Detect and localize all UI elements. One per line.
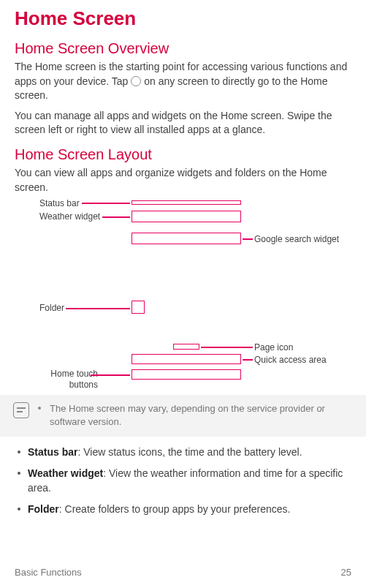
footer-page-number: 25 (341, 567, 351, 578)
term: Status bar (28, 446, 77, 458)
list-item: Status bar: View status icons, the time … (15, 445, 351, 460)
diagram-label-quick-access: Quick access area (254, 355, 327, 365)
diagram-line (66, 308, 130, 309)
overview-paragraph-2: You can manage all apps and widgets on t… (15, 109, 351, 137)
note-bullet-dot (38, 407, 41, 410)
diagram-line (243, 359, 253, 361)
list-item: Folder: Create folders to group apps by … (15, 502, 351, 517)
diagram-quick-access-box (131, 354, 241, 364)
diagram-weather-widget-box (131, 211, 241, 222)
diagram-folder-box (131, 301, 145, 314)
note-text: The Home screen may vary, depending on t… (50, 402, 359, 429)
note-icon (13, 402, 29, 418)
list-item-text: Weather widget: View the weather informa… (28, 467, 351, 495)
diagram-label-folder: Folder (39, 303, 64, 313)
diagram-line (201, 347, 253, 348)
term: Folder (28, 503, 59, 515)
diagram-line (243, 238, 253, 240)
diagram-line (82, 203, 130, 204)
note-box: The Home screen may vary, depending on t… (0, 395, 366, 436)
diagram-page-icon-box (173, 344, 199, 350)
layout-paragraph: You can view all apps and organize widge… (15, 166, 351, 195)
overview-paragraph-1: The Home screen is the starting point fo… (15, 60, 351, 103)
section-overview-title: Home Screen Overview (15, 40, 351, 57)
bullet-dot-icon (18, 451, 20, 453)
diagram-home-touch-box (131, 369, 241, 380)
diagram-line (102, 216, 130, 218)
desc: : Create folders to group apps by your p… (59, 503, 291, 515)
bullet-dot-icon (18, 508, 20, 510)
bullet-dot-icon (18, 472, 20, 475)
diagram-label-status-bar: Status bar (39, 198, 80, 208)
list-item-text: Folder: Create folders to group apps by … (28, 502, 291, 517)
home-screen-diagram: Status bar Weather widget Folder Home to… (15, 200, 351, 391)
list-item-text: Status bar: View status icons, the time … (28, 445, 302, 460)
footer-section: Basic Functions (15, 567, 82, 578)
diagram-line (91, 374, 130, 376)
desc: : View status icons, the time and the ba… (77, 446, 302, 458)
definitions-list: Status bar: View status icons, the time … (15, 445, 351, 517)
diagram-google-search-box (131, 233, 241, 244)
diagram-label-home-touch: Home touch buttons (39, 369, 98, 390)
page-footer: Basic Functions 25 (15, 567, 351, 578)
section-layout-title: Home Screen Layout (15, 146, 351, 163)
home-circle-icon (131, 76, 141, 86)
term: Weather widget (28, 467, 103, 479)
diagram-status-bar-box (131, 200, 241, 205)
page-title: Home Screen (15, 7, 351, 30)
diagram-label-weather: Weather widget (39, 211, 100, 222)
diagram-label-google: Google search widget (254, 234, 339, 244)
list-item: Weather widget: View the weather informa… (15, 467, 351, 495)
diagram-label-page-icon: Page icon (254, 342, 293, 353)
